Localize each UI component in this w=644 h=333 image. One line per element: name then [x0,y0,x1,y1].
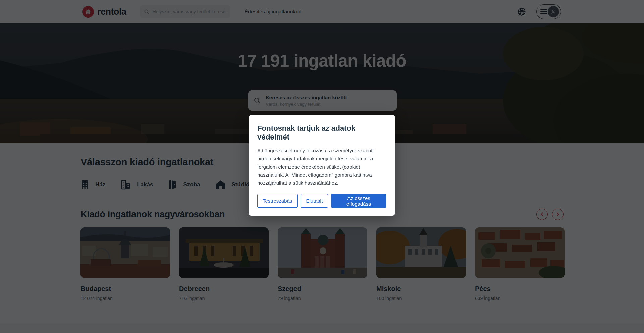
cookie-dialog-title: Fontosnak tartjuk az adatok védelmét [257,124,386,142]
decline-button[interactable]: Elutasít [301,194,328,208]
cookie-dialog-actions: Testreszabás Elutasít Az összes elfogadá… [257,194,386,208]
accept-all-button[interactable]: Az összes elfogadása [331,194,386,208]
customize-button[interactable]: Testreszabás [257,194,298,208]
cookie-dialog-body: A böngészési élmény fokozása, a személyr… [257,147,386,187]
cookie-consent-dialog: Fontosnak tartjuk az adatok védelmét A b… [249,115,395,216]
